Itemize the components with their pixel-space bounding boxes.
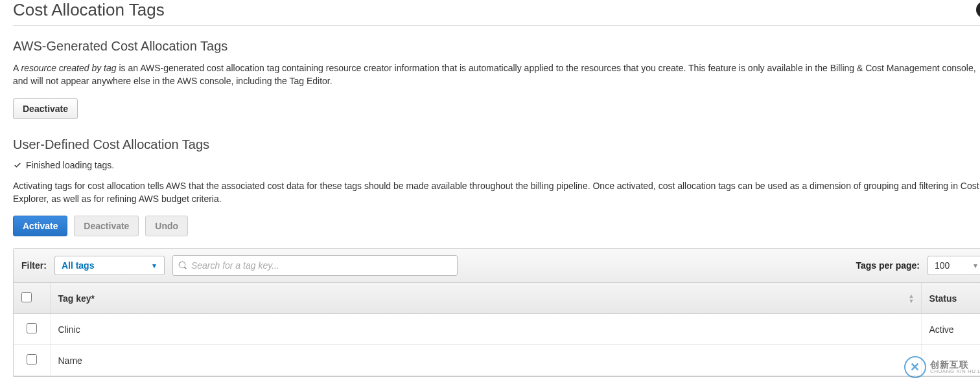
page-title: Cost Allocation Tags [13, 0, 980, 26]
row-checkbox[interactable] [27, 323, 37, 333]
filter-label: Filter: [21, 260, 47, 271]
aws-generated-heading: AWS-Generated Cost Allocation Tags [13, 39, 980, 54]
table-row: Clinic Active [14, 314, 980, 345]
table-toolbar: Filter: All tags ▼ Tags per page: 100 ▼ [14, 249, 980, 283]
aws-generated-description: A resource created by tag is an AWS-gene… [13, 62, 980, 88]
watermark-zh: 创新互联 [930, 360, 980, 369]
loading-status: Finished loading tags. [13, 160, 980, 170]
select-all-checkbox[interactable] [21, 292, 32, 302]
sort-icon: ▲▼ [909, 293, 915, 303]
header-checkbox-cell [14, 283, 50, 314]
check-icon [13, 161, 22, 170]
loading-status-text: Finished loading tags. [26, 160, 114, 170]
chevron-down-icon: ▼ [151, 262, 158, 269]
watermark-en: CHUANG XIN HU LIAN [930, 369, 980, 374]
undo-button[interactable]: Undo [145, 216, 188, 236]
cell-status: Active [921, 314, 980, 345]
desc-em: resource created by tag [21, 63, 116, 73]
header-tag-key-label: Tag key* [58, 293, 95, 304]
user-defined-heading: User-Defined Cost Allocation Tags [13, 137, 980, 152]
aws-deactivate-button[interactable]: Deactivate [13, 98, 78, 119]
cell-tag-key: Clinic [50, 314, 921, 345]
table-row: Name [14, 345, 980, 376]
desc-prefix: A [13, 63, 21, 73]
filter-dropdown[interactable]: All tags ▼ [54, 256, 165, 275]
user-defined-description: Activating tags for cost allocation tell… [13, 179, 980, 206]
activate-button[interactable]: Activate [13, 216, 67, 236]
search-input[interactable] [191, 258, 452, 273]
per-page-select[interactable]: 100 ▼ [928, 256, 980, 275]
header-status[interactable]: Status ▲▼ [921, 283, 980, 314]
deactivate-button[interactable]: Deactivate [74, 216, 139, 236]
header-tag-key[interactable]: Tag key* ▲▼ [50, 283, 921, 314]
cell-tag-key: Name [50, 345, 921, 376]
search-icon [178, 261, 187, 270]
per-page-value: 100 [935, 260, 950, 271]
desc-rest: is an AWS-generated cost allocation tag … [13, 63, 976, 86]
watermark: ✕ 创新互联 CHUANG XIN HU LIAN [904, 356, 980, 378]
header-status-label: Status [929, 293, 957, 304]
tags-table: Tag key* ▲▼ Status ▲▼ Clinic Active [14, 283, 980, 376]
per-page-label: Tags per page: [856, 260, 920, 271]
search-wrap[interactable] [172, 255, 458, 276]
row-checkbox[interactable] [27, 354, 37, 365]
filter-dropdown-value: All tags [62, 260, 95, 271]
watermark-logo-icon: ✕ [904, 356, 926, 378]
chevron-down-icon: ▼ [972, 262, 979, 269]
